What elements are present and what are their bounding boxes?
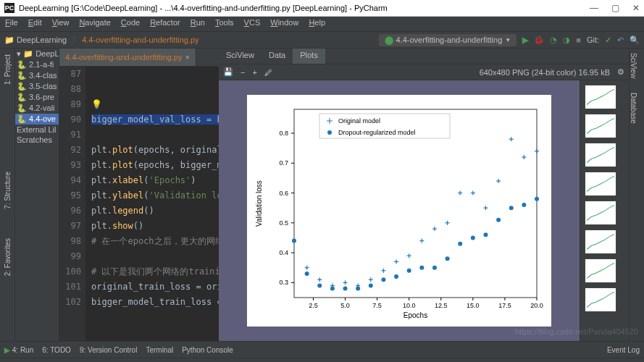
menubar: FileEditViewNavigateCodeRefactorRunTools…: [0, 17, 644, 32]
breadcrumb-project[interactable]: 📁 DeepLearning: [4, 35, 67, 45]
code-editor[interactable]: 87 88 89 90 91 92 93 94 95 96 97 98 99 1…: [59, 67, 219, 341]
save-icon[interactable]: 💾: [223, 67, 233, 77]
maximize-button[interactable]: ▢: [611, 3, 619, 13]
editor-tab[interactable]: 4.4-overfitting-and-underfitting.py ×: [59, 49, 196, 66]
close-button[interactable]: ✕: [632, 3, 640, 13]
menu-window[interactable]: Window: [265, 17, 304, 31]
svg-point-79: [394, 274, 398, 279]
run-tool[interactable]: ▶ 4: Run: [4, 346, 33, 354]
tree-item[interactable]: 🐍 4.2-vali: [15, 103, 59, 114]
external-libs[interactable]: External Lil: [15, 125, 59, 135]
breadcrumb-file[interactable]: 4.4-overfitting-and-underfitting.py: [82, 35, 198, 44]
svg-point-80: [407, 269, 411, 273]
watermark: https://blog.csdn.net/Panda404520: [515, 327, 638, 336]
menu-navigate[interactable]: Navigate: [74, 17, 115, 31]
tree-item[interactable]: 🐍 3.6-pre: [15, 92, 59, 103]
menu-refactor[interactable]: Refactor: [145, 17, 185, 31]
run-button[interactable]: ▶: [522, 35, 528, 45]
menu-help[interactable]: Help: [304, 17, 330, 31]
svg-point-76: [356, 287, 360, 291]
svg-text:7.5: 7.5: [372, 302, 382, 309]
svg-text:Dropout-regularized model: Dropout-regularized model: [338, 129, 416, 136]
svg-text:12.5: 12.5: [435, 302, 448, 309]
terminal-tool[interactable]: Terminal: [146, 346, 173, 354]
plot-thumbnail[interactable]: [585, 85, 616, 109]
svg-point-83: [446, 256, 450, 261]
gear-icon[interactable]: ⚙: [617, 67, 624, 77]
python-console-tool[interactable]: Python Console: [182, 346, 233, 354]
project-tool-button[interactable]: 1: Project: [4, 54, 12, 85]
svg-text:17.5: 17.5: [498, 302, 511, 309]
svg-point-89: [522, 203, 526, 207]
stop-button[interactable]: ■: [576, 35, 581, 44]
menu-view[interactable]: View: [47, 17, 75, 31]
vcs-update-icon[interactable]: ✓: [605, 35, 611, 45]
tree-item[interactable]: 🐍 2.1-a-fi: [15, 59, 59, 70]
menu-tools[interactable]: Tools: [210, 17, 239, 31]
svg-text:Epochs: Epochs: [403, 311, 427, 319]
vcs-tool[interactable]: 9: Version Control: [80, 346, 138, 354]
database-tool-button[interactable]: Database: [630, 93, 637, 124]
menu-code[interactable]: Code: [116, 17, 145, 31]
sciview-tab-sciview[interactable]: SciView: [219, 49, 262, 64]
coverage-button[interactable]: ◔: [550, 35, 557, 45]
favorites-tool-button[interactable]: 2: Favorites: [4, 238, 12, 276]
svg-text:0.4: 0.4: [279, 249, 288, 256]
plot-thumbnail[interactable]: [585, 230, 616, 254]
plot-thumbnails[interactable]: [580, 80, 629, 341]
project-root[interactable]: ▾ 📁 DeepLearn: [15, 49, 59, 59]
window-title: DeepLearning [G:\Code\DeepLearning] - ..…: [19, 4, 388, 12]
profile-button[interactable]: ◑: [563, 35, 570, 45]
sciview-tool-button[interactable]: SciView: [630, 53, 637, 78]
plot-thumbnail[interactable]: [585, 201, 616, 225]
svg-text:2.5: 2.5: [309, 302, 318, 309]
debug-button[interactable]: 🐞: [534, 35, 544, 45]
window-titlebar: PC DeepLearning [G:\Code\DeepLearning] -…: [0, 0, 644, 17]
right-tool-stripe: SciView Database: [629, 49, 644, 341]
crop-icon[interactable]: 🖉: [264, 68, 272, 77]
todo-tool[interactable]: 6: TODO: [42, 346, 71, 354]
plot-thumbnail[interactable]: [585, 143, 616, 167]
tree-item[interactable]: 🐍 4.4-ove: [15, 114, 59, 125]
svg-point-86: [483, 232, 488, 237]
event-log[interactable]: Event Log: [607, 346, 640, 354]
svg-point-77: [369, 283, 373, 287]
plot-thumbnail[interactable]: [585, 172, 616, 196]
svg-point-88: [509, 206, 514, 210]
zoom-in-icon[interactable]: +: [252, 68, 256, 77]
svg-point-95: [327, 130, 332, 135]
svg-point-87: [496, 218, 501, 222]
sciview-tab-data[interactable]: Data: [262, 49, 293, 64]
plot-thumbnail[interactable]: [585, 287, 616, 312]
sciview-tab-plots[interactable]: Plots: [293, 49, 325, 64]
run-config-selector[interactable]: ⬤ 4.4-overfitting-and-underfitting ▼: [379, 34, 517, 46]
menu-vcs[interactable]: VCS: [239, 17, 266, 31]
git-label: Git:: [587, 35, 599, 44]
project-tree[interactable]: ▾ 📁 DeepLearn 🐍 2.1-a-fi 🐍 3.4-clas 🐍 3.…: [15, 49, 59, 341]
plot-image[interactable]: 2.55.07.510.012.515.017.520.00.30.40.50.…: [247, 95, 551, 327]
svg-text:0.5: 0.5: [279, 219, 288, 227]
menu-run[interactable]: Run: [185, 17, 210, 31]
svg-text:Validation loss: Validation loss: [255, 180, 263, 227]
menu-edit[interactable]: Edit: [23, 17, 47, 31]
minimize-button[interactable]: —: [590, 3, 598, 13]
tree-item[interactable]: 🐍 3.4-clas: [15, 70, 59, 81]
search-icon[interactable]: 🔍: [630, 35, 640, 45]
svg-text:20.0: 20.0: [530, 302, 543, 309]
zoom-out-icon[interactable]: −: [241, 68, 245, 77]
svg-point-81: [419, 266, 424, 270]
vcs-commit-icon[interactable]: ↶: [617, 35, 624, 45]
close-tab-icon[interactable]: ×: [185, 53, 189, 62]
plot-thumbnail[interactable]: [585, 258, 616, 283]
tree-item[interactable]: 🐍 3.5-clas: [15, 81, 59, 92]
structure-tool-button[interactable]: 7: Structure: [4, 172, 12, 209]
plot-thumbnail[interactable]: [585, 114, 616, 138]
svg-text:10.0: 10.0: [403, 302, 416, 309]
svg-point-84: [458, 242, 462, 246]
svg-text:Original model: Original model: [338, 117, 380, 125]
svg-text:0.7: 0.7: [279, 159, 288, 167]
menu-file[interactable]: File: [0, 17, 23, 31]
svg-text:5.0: 5.0: [340, 302, 350, 309]
svg-point-82: [432, 266, 437, 270]
scratches[interactable]: Scratches: [15, 135, 59, 145]
